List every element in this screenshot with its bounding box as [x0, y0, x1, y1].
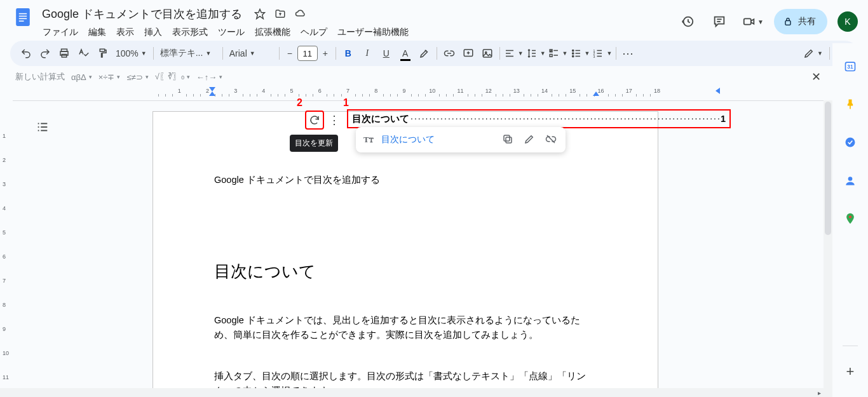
annotation-label-1: 1 — [343, 97, 349, 109]
paragraph[interactable]: Google ドキュメントでは、見出しを追加すると目次に表示されるようになってい… — [214, 313, 597, 342]
checklist-dropdown[interactable]: ▼ — [547, 44, 569, 63]
highlight-color-button[interactable] — [415, 44, 434, 63]
font-family-dropdown[interactable]: Arial▼ — [226, 44, 276, 63]
italic-button[interactable]: I — [358, 44, 377, 63]
cloud-status-icon[interactable] — [294, 8, 307, 20]
toc-leader-dots: ........................................… — [410, 114, 719, 123]
menu-tools[interactable]: ツール — [214, 24, 249, 41]
move-icon[interactable] — [274, 8, 287, 20]
menu-extensions[interactable]: 拡張機能 — [250, 24, 295, 41]
increase-font-button[interactable]: + — [318, 44, 333, 63]
underline-button[interactable]: U — [377, 44, 396, 63]
operators-dropdown[interactable]: ×÷∓▾ — [98, 72, 121, 82]
toc-entry-title: 目次について — [352, 113, 409, 125]
share-button[interactable]: 共有 — [774, 9, 827, 34]
svg-rect-3 — [19, 18, 27, 20]
paragraph[interactable]: Google ドキュメントで目次を追加する — [214, 173, 597, 187]
zoom-dropdown[interactable]: 100%▼ — [112, 44, 151, 63]
tooltip: 目次を更新 — [290, 135, 338, 152]
menu-format[interactable]: 表示形式 — [168, 24, 212, 41]
menu-accessibility[interactable]: ユーザー補助機能 — [333, 24, 413, 41]
svg-rect-9 — [744, 18, 751, 24]
svg-rect-10 — [785, 21, 790, 25]
line-spacing-dropdown[interactable]: ▼ — [525, 44, 547, 63]
show-outline-button[interactable] — [32, 116, 53, 138]
arrows-dropdown[interactable]: ←↑→▾ — [196, 72, 223, 82]
svg-point-29 — [572, 50, 573, 51]
remove-link-icon[interactable] — [544, 133, 558, 147]
contacts-icon[interactable] — [837, 168, 863, 193]
link-target[interactable]: 目次について — [381, 134, 435, 145]
keep-icon[interactable] — [837, 91, 863, 117]
document-page[interactable]: Google ドキュメントで目次を追加する 目次について Google ドキュメ… — [153, 111, 658, 397]
decrease-font-button[interactable]: − — [282, 44, 297, 63]
text-style-icon: Tᴛ — [363, 135, 374, 145]
numbered-list-dropdown[interactable]: 123▼ — [591, 44, 613, 63]
greek-letters-dropdown[interactable]: αβΔ▾ — [71, 72, 92, 82]
svg-rect-47 — [506, 137, 512, 143]
editing-mode-dropdown[interactable]: ▼ — [799, 44, 827, 63]
paint-format-button[interactable] — [93, 44, 112, 63]
menu-edit[interactable]: 編集 — [84, 24, 111, 41]
menu-file[interactable]: ファイル — [38, 24, 83, 41]
side-panel: 31 + — [832, 43, 868, 397]
vertical-ruler[interactable]: 123456789101112 — [0, 100, 13, 397]
insert-image-button[interactable] — [478, 44, 497, 63]
docs-logo[interactable] — [10, 5, 36, 39]
undo-button[interactable] — [17, 44, 36, 63]
svg-rect-27 — [550, 55, 552, 57]
account-avatar[interactable]: K — [837, 11, 858, 32]
star-icon[interactable] — [254, 8, 266, 20]
svg-point-31 — [572, 55, 573, 57]
math-ops-dropdown[interactable]: √〖∛〗₀▾ — [155, 71, 190, 83]
maps-icon[interactable] — [837, 206, 863, 231]
align-dropdown[interactable]: ▼ — [503, 44, 525, 63]
equation-toolbar: 新しい計算式 αβΔ▾ ×÷∓▾ ≤≠⊃▾ √〖∛〗₀▾ ←↑→▾ ✕ — [0, 66, 868, 85]
bold-button[interactable]: B — [339, 44, 358, 63]
svg-point-53 — [848, 177, 853, 181]
menu-insert[interactable]: 挿入 — [140, 24, 166, 41]
heading-1[interactable]: 目次について — [214, 259, 597, 285]
horizontal-ruler[interactable]: 123456789101112131415161718 — [151, 88, 657, 97]
svg-rect-4 — [19, 20, 24, 22]
annotation-label-2: 2 — [297, 97, 302, 109]
more-tools-button[interactable]: ⋯ — [619, 44, 638, 63]
get-addons-button[interactable]: + — [837, 359, 863, 384]
refresh-toc-button[interactable] — [305, 111, 324, 130]
horizontal-scrollbar[interactable]: ▸ — [0, 388, 832, 397]
vertical-scrollbar[interactable] — [824, 100, 832, 388]
history-icon[interactable] — [675, 9, 700, 34]
edit-link-icon[interactable] — [522, 133, 536, 147]
svg-point-30 — [572, 53, 573, 54]
font-size-input[interactable]: 11 — [297, 46, 318, 61]
svg-text:3: 3 — [593, 55, 595, 58]
equation-placeholder: 新しい計算式 — [15, 71, 65, 83]
redo-button[interactable] — [36, 44, 55, 63]
print-button[interactable] — [55, 44, 74, 63]
spellcheck-button[interactable] — [74, 44, 93, 63]
calendar-icon[interactable]: 31 — [837, 53, 863, 79]
text-color-button[interactable]: A — [396, 44, 415, 63]
menu-help[interactable]: ヘルプ — [296, 24, 332, 41]
svg-point-52 — [846, 138, 855, 147]
link-popover: Tᴛ 目次について — [356, 127, 566, 152]
svg-point-54 — [849, 215, 851, 218]
insert-link-button[interactable] — [440, 44, 459, 63]
bulleted-list-dropdown[interactable]: ▼ — [569, 44, 592, 63]
meet-button[interactable]: ▼ — [738, 9, 768, 34]
paragraph-style-dropdown[interactable]: 標準テキ...▼ — [156, 44, 220, 63]
toc-entry-row[interactable]: 目次について .................................… — [347, 109, 731, 128]
add-comment-button[interactable] — [459, 44, 478, 63]
comments-icon[interactable] — [707, 9, 732, 34]
menu-bar: ファイル 編集 表示 挿入 表示形式 ツール 拡張機能 ヘルプ ユーザー補助機能 — [38, 24, 675, 41]
relations-dropdown[interactable]: ≤≠⊃▾ — [126, 72, 148, 82]
right-indent-marker[interactable] — [715, 88, 720, 94]
copy-link-icon[interactable] — [501, 133, 515, 147]
svg-marker-5 — [255, 10, 265, 19]
menu-view[interactable]: 表示 — [112, 24, 139, 41]
close-equation-bar-button[interactable]: ✕ — [807, 68, 825, 86]
svg-text:31: 31 — [847, 64, 853, 70]
tasks-icon[interactable] — [837, 130, 863, 155]
doc-title[interactable]: Google ドキュメントで目次を追加する — [38, 5, 246, 23]
toc-options-button[interactable]: ⋮ — [328, 111, 341, 130]
